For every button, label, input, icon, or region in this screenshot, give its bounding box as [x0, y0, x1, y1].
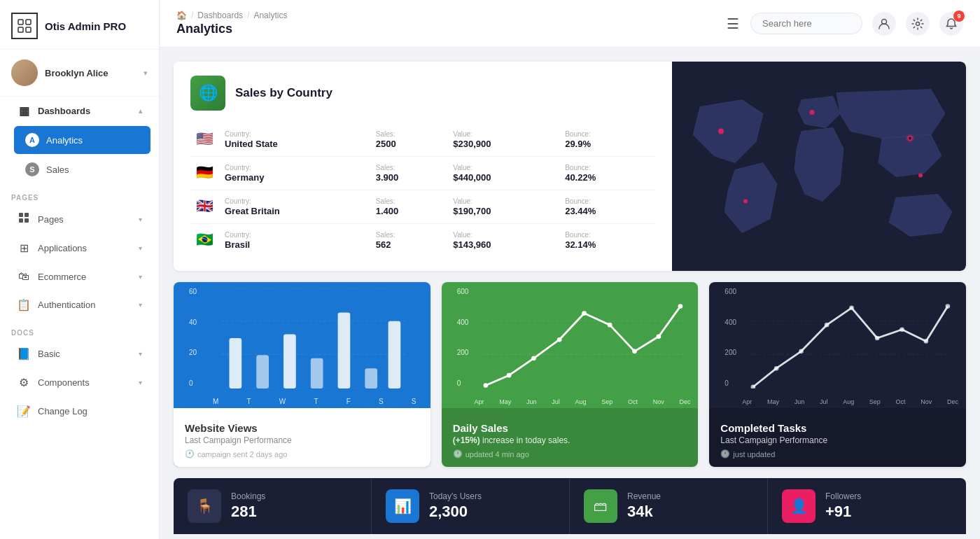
chevron-down-icon: ▾ [139, 301, 142, 309]
svg-rect-7 [24, 218, 29, 223]
highlight-text: (+15%) [453, 435, 480, 445]
stat-icon: 🪑 [188, 489, 221, 523]
sidebar-item-dashboards[interactable]: ▦ Dashboards ▴ [6, 97, 153, 125]
sidebar-item-label: Pages [38, 214, 64, 225]
stat-icon: 📊 [386, 489, 419, 523]
components-icon: ⚙ [17, 376, 31, 389]
sales-badge: S [25, 162, 39, 176]
svg-rect-0 [18, 20, 23, 24]
flag-cell: 🇩🇪 [190, 157, 219, 190]
sales-cell: Sales:2500 [370, 123, 448, 157]
sidebar-item-label: Analytics [46, 135, 83, 146]
completed-tasks-chart: 6004002000 [709, 282, 966, 408]
avatar [11, 59, 38, 86]
pages-icon [17, 212, 31, 226]
svg-point-37 [607, 323, 612, 328]
chevron-down-icon: ▾ [144, 69, 148, 78]
sidebar-item-label: Components [38, 377, 90, 388]
svg-point-9 [916, 22, 920, 25]
chart-title: Daily Sales [453, 422, 687, 434]
svg-rect-25 [338, 312, 351, 388]
header-right: 9 [750, 12, 963, 36]
sidebar: Otis Admin PRO Brooklyn Alice ▾ ▦ Dashbo… [0, 0, 160, 539]
svg-point-49 [850, 305, 855, 310]
sidebar-item-applications[interactable]: ⊞ Applications ▾ [6, 234, 153, 262]
pages-section-label: PAGES [0, 184, 159, 204]
breadcrumb: 🏠 / Dashboards / Analytics [176, 10, 715, 20]
country-cell: Country:Great Britain [219, 190, 370, 224]
svg-point-46 [774, 366, 779, 371]
clock-icon: 🕐 [720, 449, 730, 458]
sidebar-item-pages[interactable]: Pages ▾ [6, 205, 153, 233]
value-cell: Value:$440,000 [447, 157, 559, 190]
notification-count: 9 [953, 10, 965, 22]
stat-item-revenue: 🗃 Revenue 34k [570, 478, 768, 534]
country-cell: Country:Brasil [219, 224, 370, 258]
content-area: 🌐 Sales by Country 🇺🇸 Country:United Sta… [160, 48, 980, 539]
main-area: 🏠 / Dashboards / Analytics Analytics ☰ 9 [160, 0, 980, 539]
sidebar-item-sales[interactable]: S Sales [14, 155, 150, 183]
stat-label: Revenue [627, 491, 661, 501]
chart-subtitle: Last Campaign Performance [185, 435, 419, 445]
sidebar-item-authentication[interactable]: 📋 Authentication ▾ [6, 291, 153, 318]
sales-by-country-card: 🌐 Sales by Country 🇺🇸 Country:United Sta… [174, 62, 966, 271]
svg-rect-22 [256, 355, 269, 388]
clock-icon: 🕐 [453, 449, 463, 458]
flag-cell: 🇧🇷 [190, 224, 219, 258]
sidebar-item-analytics[interactable]: A Analytics [14, 126, 150, 154]
sales-cell: Sales:562 [370, 224, 448, 258]
website-views-info: Website Views Last Campaign Performance … [174, 408, 430, 467]
sales-cell: Sales:1.400 [370, 190, 448, 224]
completed-tasks-info: Completed Tasks Last Campaign Performanc… [709, 408, 966, 467]
user-icon[interactable] [872, 12, 896, 36]
svg-point-13 [743, 200, 748, 204]
daily-sales-info: Daily Sales (+15%) increase in today sal… [442, 408, 699, 467]
chart-subtitle: Last Campaign Performance [720, 435, 955, 445]
notifications-icon[interactable]: 9 [939, 12, 963, 36]
x-axis: AprMayJunJulAugSepOctNovDec [734, 398, 966, 405]
sidebar-item-label: Change Log [38, 406, 88, 416]
app-name: Otis Admin PRO [45, 20, 126, 32]
country-cell: Country:Germany [219, 157, 370, 190]
sales-table-area: 🌐 Sales by Country 🇺🇸 Country:United Sta… [174, 62, 672, 271]
svg-point-11 [718, 129, 724, 134]
chart-subtitle: (+15%) increase in today sales. [453, 435, 687, 445]
auth-icon: 📋 [17, 298, 31, 312]
analytics-badge: A [25, 133, 39, 147]
table-row: 🇬🇧 Country:Great Britain Sales:1.400 Val… [190, 190, 655, 224]
country-cell: Country:United State [219, 123, 370, 157]
value-cell: Value:$230,900 [447, 123, 559, 157]
sidebar-item-changelog[interactable]: 📝 Change Log [6, 398, 153, 425]
docs-section-label: DOCS [0, 319, 159, 340]
hamburger-menu[interactable]: ☰ [727, 15, 739, 32]
sidebar-item-components[interactable]: ⚙ Components ▾ [6, 369, 153, 396]
chevron-down-icon: ▾ [139, 244, 142, 252]
sidebar-item-ecommerce[interactable]: 🛍 Ecommerce ▾ [6, 263, 153, 290]
user-profile[interactable]: Brooklyn Alice ▾ [0, 50, 159, 97]
charts-row: 6040200 [174, 282, 966, 467]
stat-item-followers: 👤 Followers +91 [768, 478, 966, 534]
chart-title: Website Views [185, 422, 419, 434]
value-cell: Value:$190,700 [447, 190, 559, 224]
search-input[interactable] [750, 13, 862, 34]
svg-rect-24 [311, 358, 323, 388]
svg-rect-2 [18, 27, 23, 32]
chart-meta: 🕐 just updated [720, 449, 955, 458]
sidebar-item-label: Authentication [38, 300, 95, 310]
svg-point-12 [810, 110, 815, 115]
x-axis: MTWTFSS [199, 398, 430, 405]
sidebar-item-label: Ecommerce [38, 272, 86, 282]
chevron-down-icon: ▾ [139, 273, 142, 281]
changelog-icon: 📝 [17, 405, 31, 418]
chevron-down-icon: ▾ [139, 216, 142, 223]
basic-icon: 📘 [17, 347, 31, 360]
svg-point-38 [632, 349, 637, 354]
sidebar-item-basic[interactable]: 📘 Basic ▾ [6, 340, 153, 368]
svg-rect-5 [24, 213, 29, 217]
world-map [672, 62, 966, 271]
sales-cell: Sales:3.900 [370, 157, 448, 190]
settings-icon[interactable] [906, 12, 930, 36]
stat-label: Bookings [231, 491, 265, 501]
home-icon: 🏠 [176, 10, 187, 20]
breadcrumb-dashboards[interactable]: Dashboards [197, 10, 243, 20]
